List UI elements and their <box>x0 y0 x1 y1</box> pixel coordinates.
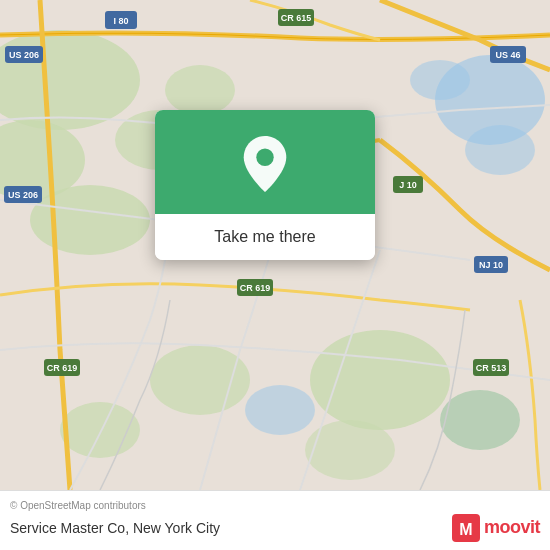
svg-point-7 <box>440 390 520 450</box>
svg-point-6 <box>310 330 450 430</box>
svg-point-10 <box>410 60 470 100</box>
svg-point-35 <box>256 149 273 166</box>
copyright-line: © OpenStreetMap contributors <box>10 500 540 511</box>
svg-text:US 206: US 206 <box>9 50 39 60</box>
moovit-text: moovit <box>484 517 540 538</box>
svg-text:J 10: J 10 <box>399 180 417 190</box>
bottom-bar: © OpenStreetMap contributors Service Mas… <box>0 490 550 550</box>
take-me-there-button[interactable]: Take me there <box>155 214 375 260</box>
svg-text:CR 513: CR 513 <box>476 363 507 373</box>
svg-point-11 <box>245 385 315 435</box>
map-container: I 80 CR 615 US 206 US 46 US 206 J 10 CR … <box>0 0 550 490</box>
svg-text:US 206: US 206 <box>8 190 38 200</box>
svg-text:CR 615: CR 615 <box>281 13 312 23</box>
location-pin-icon <box>239 134 291 194</box>
moovit-logo: M moovit <box>452 514 540 542</box>
svg-point-14 <box>305 420 395 480</box>
svg-text:M: M <box>459 521 472 538</box>
svg-text:CR 619: CR 619 <box>47 363 78 373</box>
svg-point-13 <box>150 345 250 415</box>
location-name: Service Master Co, New York City <box>10 520 220 536</box>
svg-text:US 46: US 46 <box>495 50 520 60</box>
svg-text:CR 619: CR 619 <box>240 283 271 293</box>
popup-green-area <box>155 110 375 214</box>
popup-card: Take me there <box>155 110 375 260</box>
svg-point-3 <box>30 185 150 255</box>
bottom-info-row: Service Master Co, New York City M moovi… <box>10 514 540 542</box>
svg-point-9 <box>465 125 535 175</box>
svg-text:I 80: I 80 <box>113 16 128 26</box>
moovit-brand-icon: M <box>452 514 480 542</box>
svg-point-5 <box>165 65 235 115</box>
svg-text:NJ 10: NJ 10 <box>479 260 503 270</box>
